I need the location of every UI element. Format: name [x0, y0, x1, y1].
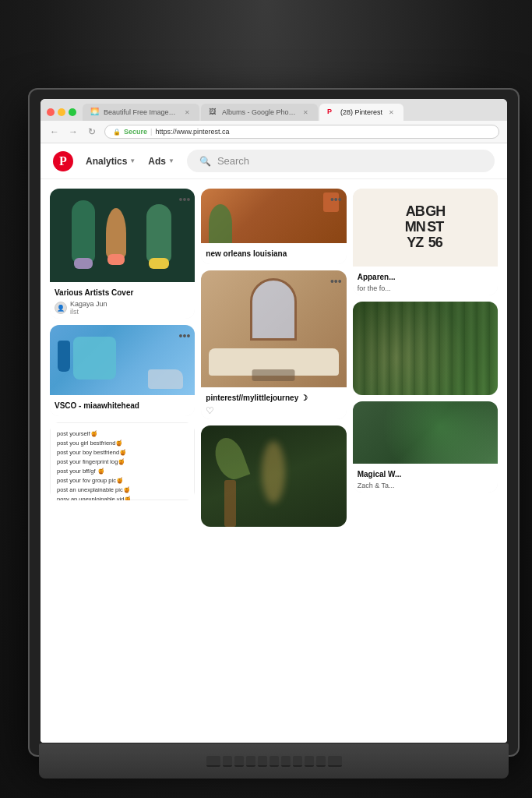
- pin-card-forest[interactable]: [353, 302, 498, 395]
- magical-info: Magical W... Zach & Ta...: [353, 464, 498, 493]
- close-tab-pinterest[interactable]: ✕: [386, 108, 396, 117]
- photos-favicon: 🖼: [209, 108, 218, 117]
- main-content: Various Artists Cover 👤 Kagaya Jun ilst: [41, 179, 507, 743]
- apparently-subtitle: for the fo...: [358, 284, 493, 292]
- vsco-image: [50, 325, 195, 395]
- new-orleans-info: new orleans louisiana: [201, 243, 346, 264]
- user-sub-kagaya: ilst: [70, 308, 107, 316]
- close-window-btn[interactable]: [47, 108, 55, 116]
- jungle-trunk: [224, 480, 236, 527]
- close-tab-photos[interactable]: ✕: [301, 108, 310, 117]
- reload-button[interactable]: ↻: [86, 125, 98, 138]
- alphabet-image: AB GH MN ST YZ 56: [353, 189, 498, 267]
- vsco-shoes: [148, 369, 183, 389]
- f1-key[interactable]: [223, 756, 232, 767]
- delete-key[interactable]: [328, 756, 342, 767]
- ads-nav-item[interactable]: Ads ▼: [148, 156, 174, 167]
- living-room-actions: ♡: [206, 405, 341, 416]
- cactus-3: [146, 204, 171, 263]
- vsco-more-btn[interactable]: •••: [179, 330, 191, 342]
- magical-title: Magical W...: [358, 470, 493, 478]
- unsplash-tab-title: Beautiful Free Images & Pictu...: [104, 108, 178, 116]
- maximize-window-btn[interactable]: [69, 108, 76, 116]
- pin-card-artists-cover[interactable]: Various Artists Cover 👤 Kagaya Jun ilst: [50, 189, 195, 319]
- search-placeholder: Search: [217, 155, 249, 167]
- url-separator: |: [150, 128, 152, 136]
- vsco-info: VSCO - miaawhitehead: [50, 395, 195, 416]
- f7-key[interactable]: [293, 756, 302, 767]
- pin-card-new-orleans[interactable]: new orleans louisiana •••: [201, 189, 346, 264]
- new-orleans-title: new orleans louisiana: [206, 249, 341, 258]
- url-bar[interactable]: 🔒 Secure | https://www.pinterest.ca: [104, 125, 499, 139]
- pinterest-logo[interactable]: P: [53, 151, 73, 171]
- vsco-title: VSCO - miaawhitehead: [55, 401, 190, 410]
- pin-card-textlist[interactable]: post yourself🍯 post you girl bestfriend🍯…: [50, 422, 195, 500]
- living-room-image: [201, 270, 346, 387]
- magical-subtitle: Zach & Ta...: [358, 482, 493, 489]
- list-line-7: post an unexplainable pic🍯: [57, 486, 188, 495]
- coffee-table: [252, 369, 295, 381]
- cactus-2: [106, 208, 126, 259]
- f5-key[interactable]: [270, 756, 279, 767]
- url-text: https://www.pinterest.ca: [155, 128, 229, 136]
- laptop-frame: 🌅 Beautiful Free Images & Pictu... ✕ 🖼 A…: [30, 90, 518, 755]
- f4-key[interactable]: [258, 756, 267, 767]
- screen-bezel: 🌅 Beautiful Free Images & Pictu... ✕ 🖼 A…: [41, 99, 507, 743]
- magical-light: [353, 401, 498, 464]
- magical-image: [353, 401, 498, 464]
- ads-chevron-icon: ▼: [168, 157, 174, 164]
- living-room-more-btn[interactable]: •••: [330, 275, 342, 288]
- secure-label: Secure: [124, 128, 147, 136]
- artists-cover-image: [50, 189, 195, 282]
- user-info: Kagaya Jun ilst: [70, 300, 107, 316]
- f6-key[interactable]: [281, 756, 291, 767]
- pin-card-jungle[interactable]: [201, 425, 346, 527]
- browser: 🌅 Beautiful Free Images & Pictu... ✕ 🖼 A…: [41, 99, 507, 743]
- forest-trees: [353, 302, 498, 395]
- keyboard-area: [39, 743, 509, 779]
- pin-grid: Various Artists Cover 👤 Kagaya Jun ilst: [41, 179, 507, 743]
- heart-icon[interactable]: ♡: [206, 405, 214, 416]
- list-line-8: posy an unexploinable vid🍯: [57, 495, 188, 500]
- pinterest-favicon: P: [327, 108, 336, 117]
- pin-card-alphabet[interactable]: AB GH MN ST YZ 56 Apparen... fo: [353, 189, 498, 295]
- back-button[interactable]: ←: [48, 125, 61, 138]
- tab-photos[interactable]: 🖼 Albums - Google Photos ✕: [201, 104, 318, 121]
- pin-card-vsco[interactable]: VSCO - miaawhitehead •••: [50, 325, 195, 416]
- pinterest-tab-title: (28) Pinterest: [340, 108, 382, 116]
- living-room-title: pinterest//mylittlejourney ☽: [206, 394, 341, 402]
- new-orleans-image: [201, 189, 346, 243]
- new-orleans-more-btn[interactable]: •••: [330, 193, 342, 206]
- forest-photo-image: [353, 302, 498, 395]
- f8-key[interactable]: [305, 756, 314, 767]
- jungle-leaf: [210, 434, 251, 484]
- text-list-image: post yourself🍯 post you girl bestfriend🍯…: [50, 422, 195, 500]
- close-tab-unsplash[interactable]: ✕: [182, 108, 192, 117]
- f9-key[interactable]: [316, 756, 326, 767]
- esc-key[interactable]: [206, 756, 220, 767]
- f2-key[interactable]: [234, 756, 244, 767]
- user-avatar-kagaya: 👤: [55, 302, 67, 314]
- living-room-window: [250, 278, 297, 341]
- vsco-bottle: [58, 341, 70, 372]
- cactus-1: [72, 200, 95, 263]
- unsplash-favicon: 🌅: [90, 108, 100, 117]
- pin-card-living-room[interactable]: pinterest//mylittlejourney ☽ ♡ •••: [201, 270, 346, 419]
- forward-button[interactable]: →: [67, 125, 79, 138]
- address-bar: ← → ↻ 🔒 Secure | https://www.pinterest.c…: [41, 121, 507, 143]
- tab-unsplash[interactable]: 🌅 Beautiful Free Images & Pictu... ✕: [83, 104, 199, 121]
- user-name-kagaya: Kagaya Jun: [70, 300, 107, 308]
- artists-cover-info: Various Artists Cover 👤 Kagaya Jun ilst: [50, 282, 195, 319]
- tab-pinterest[interactable]: P (28) Pinterest ✕: [319, 104, 403, 121]
- jungle-path-image: [201, 425, 346, 527]
- f3-key[interactable]: [246, 756, 255, 767]
- apparently-info: Apparen... for the fo...: [353, 267, 498, 295]
- analytics-chevron-icon: ▼: [129, 157, 136, 164]
- analytics-nav-item[interactable]: Analytics ▼: [86, 156, 136, 167]
- minimize-window-btn[interactable]: [58, 108, 65, 116]
- vsco-shirt: [73, 337, 116, 380]
- lock-icon: 🔒: [113, 129, 121, 136]
- pin-card-magical[interactable]: Magical W... Zach & Ta...: [353, 401, 498, 493]
- search-bar[interactable]: 🔍 Search: [187, 150, 495, 172]
- artists-more-btn[interactable]: •••: [179, 193, 191, 206]
